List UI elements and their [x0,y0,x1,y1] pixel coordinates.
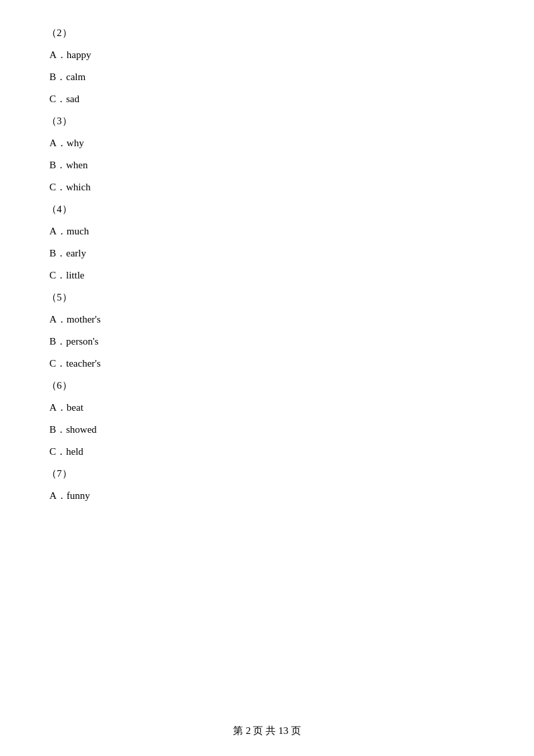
question-number-q3: （3） [47,115,487,128]
option-q3-a[interactable]: A．why [47,137,487,150]
option-q5-a[interactable]: A．mother's [47,313,487,326]
option-q5-b[interactable]: B．person's [47,335,487,348]
option-q5-c[interactable]: C．teacher's [47,357,487,370]
option-q2-b[interactable]: B．calm [47,71,487,83]
option-q6-a[interactable]: A．beat [47,401,487,414]
option-q2-a[interactable]: A．happy [47,49,487,61]
option-q4-c[interactable]: C．little [47,269,487,282]
option-q6-b[interactable]: B．showed [47,423,487,436]
option-q7-a[interactable]: A．funny [47,490,487,502]
option-q4-b[interactable]: B．early [47,247,487,260]
question-number-q2: （2） [47,27,487,39]
question-number-q6: （6） [47,379,487,392]
question-number-q4: （4） [47,203,487,216]
question-number-q5: （5） [47,291,487,304]
page-footer: 第 2 页 共 13 页 [0,725,534,737]
option-q3-b[interactable]: B．when [47,159,487,172]
option-q2-c[interactable]: C．sad [47,93,487,106]
option-q6-c[interactable]: C．held [47,445,487,458]
question-number-q7: （7） [47,467,487,480]
option-q3-c[interactable]: C．which [47,181,487,194]
option-q4-a[interactable]: A．much [47,225,487,238]
footer-text: 第 2 页 共 13 页 [233,725,300,736]
page-content: （2）A．happyB．calmC．sad（3）A．whyB．whenC．whi… [0,0,534,552]
